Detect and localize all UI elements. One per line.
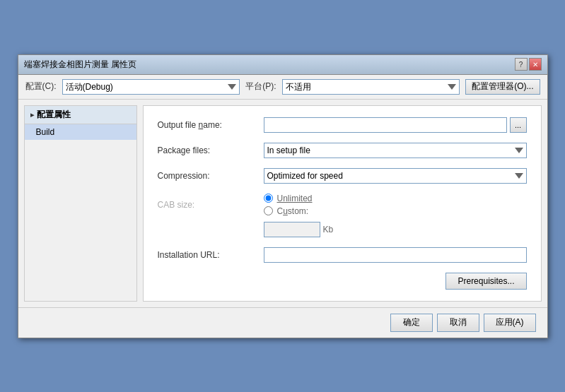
output-file-label: Output file name:: [158, 120, 264, 130]
browse-button[interactable]: ...: [510, 117, 527, 133]
platform-select[interactable]: 不适用: [282, 79, 460, 95]
cab-size-input[interactable]: [264, 222, 320, 237]
sidebar: 配置属性 Build: [24, 105, 137, 302]
installation-url-input[interactable]: [264, 247, 527, 263]
installation-url-label: Installation URL:: [158, 250, 264, 260]
cab-size-section: CAB size: Unlimited Custom:: [158, 194, 527, 237]
cab-input-row: Kb: [264, 222, 527, 237]
sidebar-header: 配置属性: [25, 106, 136, 124]
package-files-select[interactable]: In setup fileAs loose uncompressed files…: [264, 143, 527, 158]
prerequisites-row: Prerequisites...: [158, 273, 527, 290]
apply-button[interactable]: 应用(A): [484, 314, 536, 332]
cab-unlimited-label: Unlimited: [277, 194, 313, 203]
window-title: 端塞焊接金相图片测量 属性页: [24, 59, 136, 71]
footer-bar: 确定 取消 应用(A): [18, 307, 547, 338]
content-area: 配置属性 Build Output file name: ... Package…: [18, 100, 547, 307]
cab-unlimited-radio[interactable]: [264, 194, 273, 203]
platform-label: 平台(P):: [245, 81, 276, 93]
help-button[interactable]: ?: [515, 58, 528, 71]
sidebar-item-build[interactable]: Build: [25, 124, 136, 140]
cab-radio-group: Unlimited Custom:: [264, 194, 313, 216]
cab-custom-label: Custom:: [277, 206, 309, 216]
config-select[interactable]: 活动(Debug): [62, 79, 240, 95]
close-button[interactable]: ✕: [529, 58, 542, 71]
compression-label: Compression:: [158, 171, 264, 181]
toolbar: 配置(C): 活动(Debug) 平台(P): 不适用 配置管理器(O)...: [18, 75, 547, 100]
config-label: 配置(C):: [25, 81, 57, 93]
main-window: 端塞焊接金相图片测量 属性页 ? ✕ 配置(C): 活动(Debug) 平台(P…: [18, 54, 548, 338]
title-bar: 端塞焊接金相图片测量 属性页 ? ✕: [18, 55, 547, 75]
cancel-button[interactable]: 取消: [437, 314, 479, 332]
output-file-row: Output file name: ...: [158, 117, 527, 133]
compression-row: Compression: Optimized for speedOptimize…: [158, 168, 527, 184]
prerequisites-button[interactable]: Prerequisites...: [445, 273, 526, 290]
main-panel: Output file name: ... Package files: In …: [143, 105, 542, 302]
config-manager-button[interactable]: 配置管理器(O)...: [465, 79, 540, 95]
output-file-input[interactable]: [264, 117, 507, 133]
title-buttons: ? ✕: [515, 58, 542, 71]
cab-custom-row: Custom:: [264, 206, 313, 216]
cab-custom-radio[interactable]: [264, 206, 273, 215]
package-files-row: Package files: In setup fileAs loose unc…: [158, 143, 527, 158]
installation-url-row: Installation URL:: [158, 247, 527, 263]
cab-label-row: CAB size: Unlimited Custom:: [158, 194, 527, 216]
cab-unit: Kb: [323, 225, 334, 234]
package-files-label: Package files:: [158, 145, 264, 155]
compression-select[interactable]: Optimized for speedOptimized for sizeNon…: [264, 168, 527, 184]
cab-unlimited-row: Unlimited: [264, 194, 313, 203]
cab-size-label: CAB size:: [158, 200, 264, 210]
ok-button[interactable]: 确定: [390, 314, 433, 332]
